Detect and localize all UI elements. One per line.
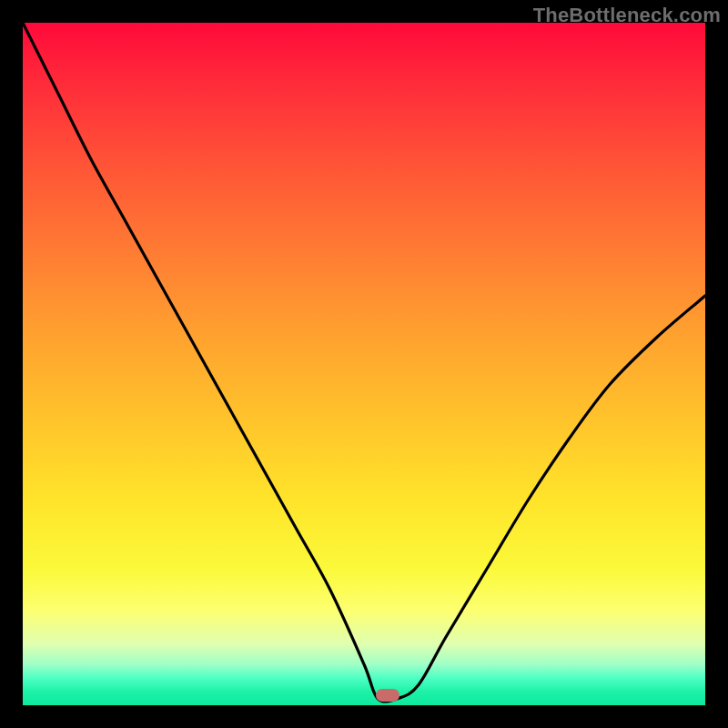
chart-frame: TheBottleneck.com [0,0,728,728]
minimum-marker [376,689,399,702]
plot-area [23,23,705,705]
bottleneck-curve-path [23,23,705,702]
curve-svg [23,23,705,705]
watermark-text: TheBottleneck.com [533,4,721,27]
